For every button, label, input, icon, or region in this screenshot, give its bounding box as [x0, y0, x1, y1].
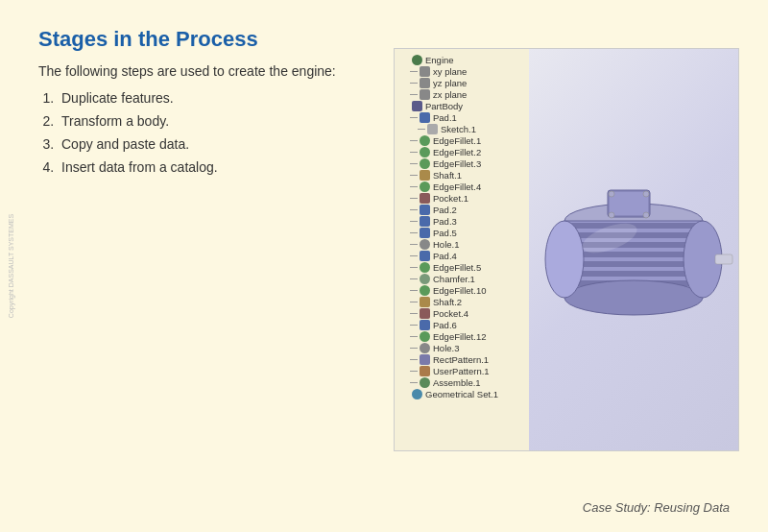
sketch-icon [427, 124, 438, 134]
svg-rect-8 [566, 271, 703, 277]
tree-label: Hole.1 [433, 239, 459, 250]
tree-label: Sketch.1 [441, 124, 476, 134]
tree-item: EdgeFillet.5 [398, 262, 525, 273]
tree-item: EdgeFillet.4 [398, 181, 525, 192]
tree-item: Geometrical Set.1 [398, 389, 525, 399]
tree-label: Pad.3 [433, 216, 457, 227]
tree-item: EdgeFillet.1 [398, 135, 525, 146]
tree-label: EdgeFillet.12 [433, 331, 486, 342]
pad-icon [420, 112, 430, 123]
pad-icon [420, 228, 430, 238]
tree-panel: Enginexy planeyz planezx planePartBodyPa… [395, 49, 529, 450]
tree-label: Hole.3 [433, 343, 459, 353]
part-icon [412, 101, 422, 111]
edge-icon [420, 262, 430, 273]
svg-rect-13 [715, 254, 732, 264]
edge-icon [420, 285, 430, 296]
rect-icon [420, 354, 430, 365]
user-icon [420, 366, 430, 376]
tree-label: Pocket.1 [433, 193, 468, 204]
page-container: Copyright DASSAULT SYSTEMES Stages in th… [0, 0, 768, 532]
tree-label: Pad.4 [433, 251, 457, 261]
tree-item: Engine [398, 55, 525, 65]
pad-icon [420, 216, 430, 227]
assemble-icon [420, 377, 430, 388]
tree-label: EdgeFillet.10 [433, 285, 486, 296]
tree-label: PartBody [425, 101, 463, 111]
tree-label: EdgeFillet.2 [433, 147, 481, 157]
tree-label: Geometrical Set.1 [425, 389, 498, 399]
tree-label: yz plane [433, 78, 467, 88]
tree-item: EdgeFillet.12 [398, 331, 525, 342]
tree-item: Assemble.1 [398, 377, 525, 388]
tree-item: Pad.3 [398, 216, 525, 227]
tree-item: Pad.6 [398, 320, 525, 330]
tree-label: RectPattern.1 [433, 354, 489, 365]
copyright-text: Copyright DASSAULT SYSTEMES [8, 214, 14, 318]
shaft-icon [420, 297, 430, 307]
right-panel: Enginexy planeyz planezx planePartBodyPa… [394, 48, 739, 451]
tree-item: EdgeFillet.2 [398, 147, 525, 157]
tree-label: Pad.2 [433, 205, 457, 215]
tree-label: Pad.5 [433, 228, 457, 238]
svg-point-10 [564, 280, 703, 315]
tree-item: Shaft.1 [398, 170, 525, 181]
engine-icon [412, 55, 422, 65]
tree-label: Chamfer.1 [433, 274, 475, 284]
tree-item: Shaft.2 [398, 297, 525, 307]
engine-svg [533, 163, 734, 336]
edge-icon [420, 147, 430, 157]
tree-item: Hole.3 [398, 343, 525, 353]
tree-label: EdgeFillet.4 [433, 181, 481, 192]
tree-label: Shaft.1 [433, 170, 462, 181]
tree-item: zx plane [398, 89, 525, 100]
edge-icon [420, 158, 430, 169]
tree-item: Pad.5 [398, 228, 525, 238]
tree-label: Engine [425, 55, 454, 65]
chamfer-icon [420, 274, 430, 284]
edge-icon [420, 135, 430, 146]
hole-icon [420, 239, 430, 250]
tree-label: Pocket.4 [433, 308, 468, 319]
hole-icon [420, 343, 430, 353]
tree-label: Assemble.1 [433, 377, 481, 388]
tree-item: Pad.2 [398, 205, 525, 215]
engine-3d-view [529, 49, 738, 450]
pad-icon [420, 320, 430, 330]
tree-item: UserPattern.1 [398, 366, 525, 376]
case-study-label: Case Study: Reusing Data [583, 500, 730, 515]
edge-icon [420, 331, 430, 342]
tree-label: EdgeFillet.3 [433, 158, 481, 169]
pad-icon [420, 205, 430, 215]
svg-point-19 [643, 212, 649, 218]
tree-item: Sketch.1 [398, 124, 525, 134]
svg-point-16 [609, 191, 614, 197]
tree-label: EdgeFillet.1 [433, 135, 481, 146]
plane-icon [420, 89, 430, 100]
tree-label: xy plane [433, 66, 467, 77]
svg-rect-15 [610, 192, 648, 215]
pocket-icon [420, 308, 430, 319]
tree-item: Pad.1 [398, 112, 525, 123]
shaft-icon [420, 170, 430, 181]
tree-label: Pad.6 [433, 320, 457, 330]
tree-item: RectPattern.1 [398, 354, 525, 365]
tree-item: EdgeFillet.3 [398, 158, 525, 169]
geo-icon [412, 389, 422, 399]
tree-label: Pad.1 [433, 112, 457, 123]
svg-point-17 [643, 191, 649, 197]
tree-item: EdgeFillet.10 [398, 285, 525, 296]
tree-item: Pad.4 [398, 251, 525, 261]
tree-item: Pocket.4 [398, 308, 525, 319]
svg-rect-6 [566, 252, 703, 257]
pad-icon [420, 251, 430, 261]
tree-item: Chamfer.1 [398, 274, 525, 284]
tree-label: UserPattern.1 [433, 366, 490, 376]
tree-label: Shaft.2 [433, 297, 462, 307]
tree-item: yz plane [398, 78, 525, 88]
tree-item: xy plane [398, 66, 525, 77]
tree-label: EdgeFillet.5 [433, 262, 481, 273]
svg-rect-7 [566, 261, 703, 267]
plane-icon [420, 66, 430, 77]
svg-point-11 [545, 221, 584, 298]
